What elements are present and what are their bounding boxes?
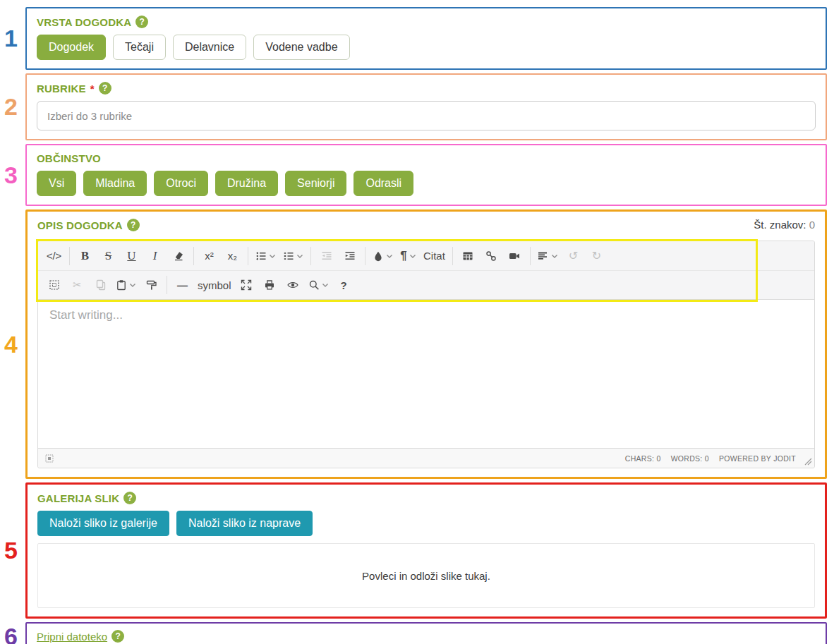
align-button[interactable]: [534, 244, 562, 267]
subscript-icon: x₂: [228, 250, 237, 262]
outdent-icon: [321, 250, 332, 262]
video-icon: [509, 250, 520, 262]
search-icon: [308, 279, 320, 291]
toolbar-separator: [193, 247, 194, 265]
statusbar-words: WORDS: 0: [671, 454, 709, 463]
chevron-down-icon[interactable]: [269, 253, 276, 259]
subscript-button[interactable]: x₂: [221, 244, 244, 267]
required-marker: *: [90, 83, 95, 95]
fullscreen-button[interactable]: [235, 274, 258, 297]
print-button[interactable]: [258, 274, 282, 297]
event-type-option-vodene-vadbe[interactable]: Vodene vadbe: [253, 35, 349, 60]
redo-button[interactable]: ↻: [585, 244, 608, 267]
paragraph-button[interactable]: ¶: [397, 244, 420, 267]
chevron-down-icon[interactable]: [386, 253, 393, 259]
audience-options: Vsi Mladina Otroci Družina Seniorji Odra…: [37, 171, 816, 196]
select-all-button[interactable]: [42, 274, 66, 297]
undo-button[interactable]: ↺: [562, 244, 585, 267]
selection-icon: [45, 454, 54, 463]
bold-button[interactable]: B: [73, 244, 97, 267]
about-button[interactable]: ?: [332, 274, 356, 297]
source-button[interactable]: </>: [42, 244, 66, 267]
underline-button[interactable]: U: [120, 244, 143, 267]
copy-button[interactable]: [89, 274, 112, 297]
toolbar-row-1: </> B S U I x² x₂: [38, 241, 814, 270]
indent-button[interactable]: [338, 244, 361, 267]
event-type-option-tecaji[interactable]: Tečaji: [113, 35, 166, 60]
video-button[interactable]: [503, 244, 526, 267]
search-button[interactable]: [305, 274, 332, 297]
audience-title: OBČINSTVO: [37, 152, 101, 164]
upload-from-device-button[interactable]: Naloži sliko iz naprave: [176, 511, 313, 536]
resize-handle-icon[interactable]: [804, 458, 812, 466]
link-button[interactable]: [480, 244, 503, 267]
help-icon[interactable]: ?: [127, 219, 140, 231]
preview-button[interactable]: [282, 274, 305, 297]
toolbar-separator: [530, 247, 531, 265]
help-icon[interactable]: ?: [99, 82, 111, 95]
symbol-button[interactable]: symbol: [194, 274, 235, 297]
section-attachment-row: 6 Pripni datoteko ?: [0, 622, 827, 644]
event-type-options: Dogodek Tečaji Delavnice Vodene vadbe: [37, 35, 816, 60]
section-description-row: 4 OPIS DOGODKA ? Št. znakov: 0 </>: [0, 209, 827, 479]
statusbar-counters: CHARS: 0 WORDS: 0 POWERED BY JODIT: [625, 454, 796, 463]
section-gallery: GALERIJA SLIK ? Naloži sliko iz galerije…: [25, 482, 827, 619]
outdent-button[interactable]: [315, 244, 338, 267]
statusbar-powered-by: POWERED BY JODIT: [719, 454, 796, 463]
help-icon[interactable]: ?: [123, 492, 136, 504]
rubrics-title: RUBRIKE: [37, 83, 86, 95]
help-icon[interactable]: ?: [111, 630, 124, 643]
italic-button[interactable]: I: [143, 244, 167, 267]
audience-option-odrasli[interactable]: Odrasli: [353, 171, 413, 196]
brush-button[interactable]: [369, 244, 397, 267]
horizontal-rule-button[interactable]: —: [171, 274, 194, 297]
section-description: OPIS DOGODKA ? Št. znakov: 0 </> B S: [25, 209, 827, 479]
help-icon[interactable]: ?: [135, 16, 148, 28]
copy-format-button[interactable]: [140, 274, 163, 297]
section-title-row: OPIS DOGODKA ?: [37, 219, 140, 231]
copy-icon: [95, 279, 107, 291]
paragraph-icon: ¶: [400, 249, 406, 263]
audience-option-seniorji[interactable]: Seniorji: [285, 171, 346, 196]
section-attachment: Pripni datoteko ?: [25, 622, 827, 644]
eraser-icon: [173, 250, 184, 262]
annotation-number-5: 5: [0, 482, 25, 619]
audience-option-otroci[interactable]: Otroci: [154, 171, 208, 196]
eraser-button[interactable]: [167, 244, 190, 267]
chevron-down-icon[interactable]: [129, 282, 136, 288]
image-dropzone[interactable]: Povleci in odloži slike tukaj.: [37, 543, 815, 608]
quote-button[interactable]: Citat: [420, 244, 449, 267]
editor-content-area[interactable]: Start writing...: [38, 300, 814, 448]
section-audience-row: 3 OBČINSTVO Vsi Mladina Otroci Družina S…: [0, 144, 827, 206]
annotation-number-2: 2: [0, 73, 25, 140]
toolbar-separator: [167, 276, 167, 294]
section-rubrics: RUBRIKE * ?: [25, 73, 827, 140]
italic-icon: I: [153, 249, 157, 263]
chevron-down-icon[interactable]: [409, 253, 416, 259]
chevron-down-icon[interactable]: [296, 253, 303, 259]
unordered-list-button[interactable]: [252, 244, 279, 267]
toolbar-separator: [248, 247, 248, 265]
dropzone-text: Povleci in odloži slike tukaj.: [362, 570, 490, 582]
strikethrough-button[interactable]: S: [97, 244, 120, 267]
event-type-option-dogodek[interactable]: Dogodek: [37, 35, 106, 60]
bold-icon: B: [81, 249, 89, 263]
event-type-option-delavnice[interactable]: Delavnice: [173, 35, 246, 60]
editor-toolbar: </> B S U I x² x₂: [38, 241, 814, 300]
attach-file-link-wrap: Pripni datoteko ?: [37, 630, 124, 643]
paste-button[interactable]: [112, 274, 140, 297]
superscript-button[interactable]: x²: [198, 244, 221, 267]
attach-file-link[interactable]: Pripni datoteko: [37, 631, 107, 643]
table-button[interactable]: [457, 244, 480, 267]
cut-button[interactable]: ✂: [66, 274, 89, 297]
ordered-list-button[interactable]: [279, 244, 307, 267]
audience-option-vsi[interactable]: Vsi: [37, 171, 76, 196]
rubrics-input[interactable]: [37, 101, 816, 130]
chevron-down-icon[interactable]: [551, 253, 558, 259]
audience-option-druzina[interactable]: Družina: [215, 171, 278, 196]
chevron-down-icon[interactable]: [322, 282, 329, 288]
audience-option-mladina[interactable]: Mladina: [83, 171, 147, 196]
annotation-number-1: 1: [0, 7, 25, 70]
char-counter-value: 0: [809, 219, 815, 231]
upload-from-gallery-button[interactable]: Naloži sliko iz galerije: [37, 511, 169, 536]
